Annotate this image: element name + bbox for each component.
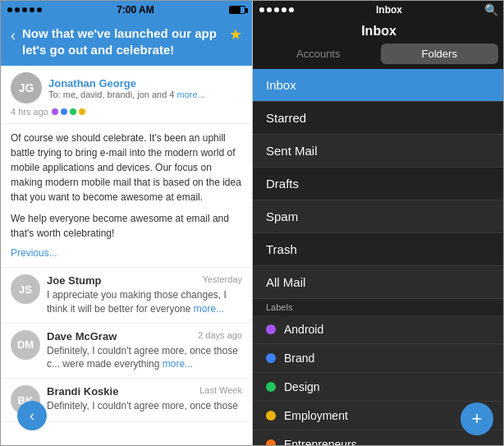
status-bar-right: Inbox 🔍 [253, 1, 504, 19]
email-time: 4 hrs ago [11, 107, 48, 117]
sender-info: Jonathan George To: me, david, brandi, j… [48, 77, 242, 99]
label-dot-brand [266, 353, 276, 363]
label-dot-design [266, 382, 276, 392]
tab-accounts[interactable]: Accounts [259, 44, 378, 64]
email-header-bar: ‹ Now that we've launched our app let's … [1, 19, 252, 66]
reply-content-2: Brandi Koskie Last Week Definitely, I co… [47, 385, 242, 413]
folder-trash[interactable]: Trash [253, 233, 504, 266]
right-panel-title: Inbox [376, 4, 402, 16]
label-dot-employment [266, 411, 276, 421]
star-icon[interactable]: ★ [229, 25, 242, 44]
reply-more-0[interactable]: more... [194, 303, 224, 315]
email-sender-section: JG Jonathan George To: me, david, brandi… [1, 66, 252, 124]
label-android[interactable]: Android [253, 315, 504, 344]
label-design[interactable]: Design [253, 373, 504, 402]
folder-all-mail[interactable]: All Mail [253, 266, 504, 299]
reply-name-0: Joe Stump [47, 274, 101, 287]
tab-folders[interactable]: Folders [381, 44, 499, 64]
sender-meta: 4 hrs ago [11, 107, 242, 117]
inbox-title-bar: Inbox [253, 19, 504, 44]
email-body-text: Of course we should celebrate. It's been… [11, 131, 242, 205]
reply-text-2: Definitely, I couldn't agree more, once … [47, 399, 242, 413]
reply-item-0[interactable]: JS Joe Stump Yesterday I appreciate you … [1, 268, 252, 324]
email-body-text-2: We help everyone become awesome at email… [11, 211, 242, 241]
status-time: 7:00 AM [117, 4, 154, 16]
reply-name-1: Dave McGraw [47, 330, 117, 343]
compose-fab-button[interactable]: + [460, 402, 493, 435]
sender-avatar: JG [11, 72, 42, 103]
inbox-title: Inbox [361, 24, 396, 38]
email-body: JG Jonathan George To: me, david, brandi… [1, 66, 252, 446]
folder-drafts[interactable]: Drafts [253, 168, 504, 200]
status-bar-left: 7:00 AM [1, 1, 252, 19]
left-panel: 7:00 AM ‹ Now that we've launched our ap… [1, 1, 253, 446]
reply-avatar-0: JS [11, 274, 40, 304]
reply-date-1: 2 days ago [198, 330, 242, 343]
back-fab-button[interactable]: ‹ [17, 401, 47, 430]
folder-sent[interactable]: Sent Mail [253, 135, 504, 168]
email-content: Of course we should celebrate. It's been… [1, 124, 252, 268]
reply-text-1: Definitely, I couldn't agree more, once … [47, 344, 242, 372]
folder-tab-bar: Accounts Folders [253, 44, 504, 69]
search-icon[interactable]: 🔍 [484, 3, 498, 16]
sender-name: Jonathan George [48, 77, 242, 90]
reply-date-0: Yesterday [202, 274, 242, 287]
label-dots [52, 108, 85, 115]
label-dot-android [266, 324, 276, 334]
label-brand[interactable]: Brand [253, 344, 504, 373]
folder-starred[interactable]: Starred [253, 102, 504, 135]
reply-name-2: Brandi Koskie [47, 385, 118, 398]
label-dot-entrepreneurs [266, 439, 276, 446]
reply-item-1[interactable]: DM Dave McGraw 2 days ago Definitely, I … [1, 324, 252, 379]
reply-date-2: Last Week [199, 385, 242, 398]
battery [229, 6, 245, 14]
more-recipients-link[interactable]: more... [177, 90, 205, 99]
reply-more-1[interactable]: more... [163, 358, 193, 370]
signal-dots [7, 7, 42, 12]
previous-link[interactable]: Previous... [11, 246, 242, 260]
labels-section-header: Labels [253, 299, 504, 315]
label-entrepreneurs[interactable]: Entrepreneurs [253, 430, 504, 446]
reply-content-1: Dave McGraw 2 days ago Definitely, I cou… [47, 330, 242, 372]
folders-list: Inbox Starred Sent Mail Drafts Spam Tras… [253, 69, 504, 446]
reply-avatar-1: DM [11, 330, 40, 360]
reply-content-0: Joe Stump Yesterday I appreciate you mak… [47, 274, 242, 316]
sender-to: To: me, david, brandi, jon and 4 more... [48, 90, 242, 99]
back-arrow-icon[interactable]: ‹ [11, 27, 16, 44]
email-subject: Now that we've launched our app let's go… [22, 25, 222, 57]
signal-dots-right [259, 7, 294, 12]
right-panel: Inbox 🔍 Inbox Accounts Folders Inbox Sta… [253, 1, 504, 446]
folder-spam[interactable]: Spam [253, 200, 504, 233]
reply-text-0: I appreciate you making those changes, I… [47, 288, 242, 316]
folder-inbox[interactable]: Inbox [253, 69, 504, 102]
